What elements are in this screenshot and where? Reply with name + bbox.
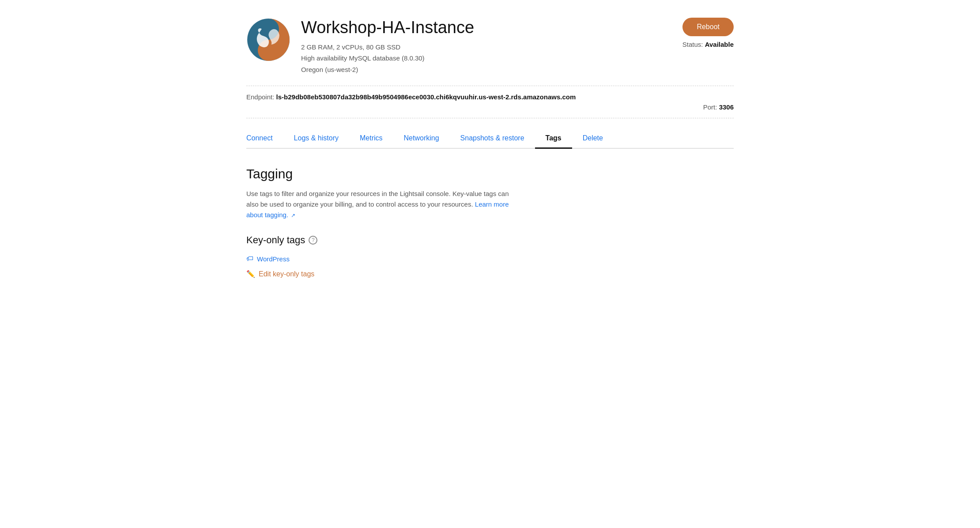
endpoint-value: ls-b29db08eb530807da32b98b49b9504986ece0… bbox=[276, 93, 576, 101]
status-label: Status: bbox=[682, 41, 703, 48]
tab-logs[interactable]: Logs & history bbox=[283, 129, 349, 149]
port-label: Port: bbox=[703, 103, 717, 111]
tab-snapshots[interactable]: Snapshots & restore bbox=[450, 129, 535, 149]
header-info: Workshop-HA-Instance 2 GB RAM, 2 vCPUs, … bbox=[301, 18, 672, 75]
edit-tags-label: Edit key-only tags bbox=[259, 270, 314, 278]
tab-connect[interactable]: Connect bbox=[246, 129, 283, 149]
external-link-icon: ↗ bbox=[291, 211, 295, 220]
edit-key-only-tags-button[interactable]: ✏️ Edit key-only tags bbox=[246, 270, 314, 278]
tab-delete[interactable]: Delete bbox=[572, 129, 614, 149]
status-line: Status: Available bbox=[682, 41, 734, 48]
header-section: Workshop-HA-Instance 2 GB RAM, 2 vCPUs, … bbox=[246, 18, 734, 75]
tag-icon: 🏷 bbox=[246, 255, 253, 263]
section-description: Use tags to filter and organize your res… bbox=[246, 189, 511, 220]
status-value: Available bbox=[705, 41, 734, 48]
edit-icon: ✏️ bbox=[246, 270, 255, 278]
port-value: 3306 bbox=[719, 103, 734, 111]
port-line: Port: 3306 bbox=[246, 103, 734, 111]
instance-logo bbox=[246, 18, 290, 62]
tab-metrics[interactable]: Metrics bbox=[349, 129, 393, 149]
help-icon[interactable]: ? bbox=[309, 236, 317, 245]
tab-networking[interactable]: Networking bbox=[393, 129, 450, 149]
hardware-specs: 2 GB RAM, 2 vCPUs, 80 GB SSD bbox=[301, 41, 672, 53]
region-info: Oregon (us-west-2) bbox=[301, 64, 672, 75]
endpoint-section: Endpoint: ls-b29db08eb530807da32b98b49b9… bbox=[246, 86, 734, 118]
endpoint-label: Endpoint: bbox=[246, 93, 274, 101]
reboot-button[interactable]: Reboot bbox=[682, 18, 734, 36]
nav-tabs: Connect Logs & history Metrics Networkin… bbox=[246, 129, 734, 149]
section-title: Tagging bbox=[246, 166, 734, 181]
content-area: Tagging Use tags to filter and organize … bbox=[246, 166, 734, 278]
key-only-tags-label: Key-only tags bbox=[246, 234, 305, 246]
tag-item[interactable]: 🏷 WordPress bbox=[246, 255, 734, 263]
endpoint-line: Endpoint: ls-b29db08eb530807da32b98b49b9… bbox=[246, 93, 734, 101]
database-type: High availability MySQL database (8.0.30… bbox=[301, 53, 672, 64]
tags-list: 🏷 WordPress bbox=[246, 255, 734, 263]
key-only-tags-heading: Key-only tags ? bbox=[246, 234, 734, 246]
header-actions: Reboot Status: Available bbox=[682, 18, 734, 48]
instance-title: Workshop-HA-Instance bbox=[301, 18, 672, 38]
description-text: Use tags to filter and organize your res… bbox=[246, 190, 509, 208]
tag-label: WordPress bbox=[257, 255, 290, 263]
tab-tags[interactable]: Tags bbox=[535, 129, 572, 149]
